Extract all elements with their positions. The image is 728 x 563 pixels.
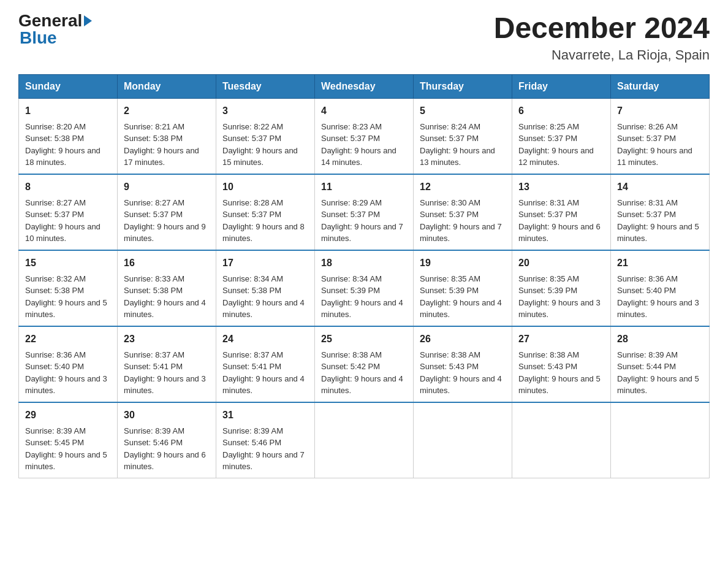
sunset-label: Sunset: 5:42 PM — [321, 362, 380, 371]
table-row: 1Sunrise: 8:20 AMSunset: 5:38 PMDaylight… — [19, 98, 118, 174]
sunrise-label: Sunrise: 8:24 AM — [420, 122, 480, 131]
sunrise-label: Sunrise: 8:20 AM — [25, 122, 86, 131]
table-row: 28Sunrise: 8:39 AMSunset: 5:44 PMDayligh… — [611, 326, 710, 402]
sunrise-label: Sunrise: 8:36 AM — [25, 350, 86, 359]
sunset-label: Sunset: 5:46 PM — [222, 438, 281, 447]
sunset-label: Sunset: 5:37 PM — [617, 134, 676, 143]
sunrise-label: Sunrise: 8:39 AM — [222, 426, 283, 435]
table-row: 10Sunrise: 8:28 AMSunset: 5:37 PMDayligh… — [216, 174, 315, 250]
day-number: 16 — [124, 256, 210, 270]
day-number: 15 — [25, 256, 111, 270]
day-number: 3 — [222, 104, 308, 118]
logo-blue-text: Blue — [20, 29, 57, 47]
sunrise-label: Sunrise: 8:31 AM — [617, 198, 678, 207]
sunset-label: Sunset: 5:41 PM — [124, 362, 183, 371]
day-number: 18 — [321, 256, 407, 270]
day-number: 7 — [617, 104, 703, 118]
day-number: 21 — [617, 256, 703, 270]
header-monday: Monday — [118, 74, 216, 98]
sunrise-label: Sunrise: 8:21 AM — [124, 122, 184, 131]
day-number: 27 — [518, 332, 604, 347]
sunset-label: Sunset: 5:39 PM — [518, 286, 577, 295]
sunrise-label: Sunrise: 8:22 AM — [222, 122, 283, 131]
table-row: 4Sunrise: 8:23 AMSunset: 5:37 PMDaylight… — [315, 98, 414, 174]
table-row: 8Sunrise: 8:27 AMSunset: 5:37 PMDaylight… — [19, 174, 118, 250]
day-number: 28 — [617, 332, 703, 347]
daylight-label: Daylight: 9 hours and 4 minutes. — [321, 374, 403, 396]
daylight-label: Daylight: 9 hours and 5 minutes. — [25, 298, 107, 320]
table-row: 5Sunrise: 8:24 AMSunset: 5:37 PMDaylight… — [414, 98, 512, 174]
sunrise-label: Sunrise: 8:39 AM — [124, 426, 184, 435]
day-number: 1 — [25, 104, 111, 118]
daylight-label: Daylight: 9 hours and 3 minutes. — [25, 374, 107, 396]
day-number: 8 — [25, 180, 111, 194]
daylight-label: Daylight: 9 hours and 8 minutes. — [222, 222, 305, 243]
daylight-label: Daylight: 9 hours and 12 minutes. — [518, 146, 594, 167]
daylight-label: Daylight: 9 hours and 3 minutes. — [518, 298, 601, 320]
daylight-label: Daylight: 9 hours and 5 minutes. — [617, 222, 699, 243]
sunrise-label: Sunrise: 8:31 AM — [518, 198, 579, 207]
table-row: 7Sunrise: 8:26 AMSunset: 5:37 PMDaylight… — [611, 98, 710, 174]
table-row: 19Sunrise: 8:35 AMSunset: 5:39 PMDayligh… — [414, 250, 512, 326]
header-friday: Friday — [512, 74, 611, 98]
daylight-label: Daylight: 9 hours and 4 minutes. — [420, 374, 502, 396]
calendar-week-row: 15Sunrise: 8:32 AMSunset: 5:38 PMDayligh… — [19, 250, 710, 326]
table-row: 13Sunrise: 8:31 AMSunset: 5:37 PMDayligh… — [512, 174, 611, 250]
sunrise-label: Sunrise: 8:28 AM — [222, 198, 283, 207]
daylight-label: Daylight: 9 hours and 4 minutes. — [321, 298, 403, 320]
sunset-label: Sunset: 5:37 PM — [617, 210, 676, 219]
daylight-label: Daylight: 9 hours and 4 minutes. — [420, 298, 502, 320]
day-number: 11 — [321, 180, 407, 194]
daylight-label: Daylight: 9 hours and 4 minutes. — [124, 298, 206, 320]
sunrise-label: Sunrise: 8:26 AM — [617, 122, 678, 131]
calendar-week-row: 29Sunrise: 8:39 AMSunset: 5:45 PMDayligh… — [19, 402, 710, 478]
day-number: 5 — [420, 104, 506, 118]
table-row: 27Sunrise: 8:38 AMSunset: 5:43 PMDayligh… — [512, 326, 611, 402]
daylight-label: Daylight: 9 hours and 10 minutes. — [25, 222, 100, 243]
sunrise-label: Sunrise: 8:27 AM — [124, 198, 184, 207]
daylight-label: Daylight: 9 hours and 14 minutes. — [321, 146, 396, 167]
sunset-label: Sunset: 5:45 PM — [25, 438, 84, 447]
logo-general-text: General — [18, 12, 92, 29]
day-number: 26 — [420, 332, 506, 347]
daylight-label: Daylight: 9 hours and 5 minutes. — [617, 374, 699, 396]
day-number: 2 — [124, 104, 210, 118]
sunset-label: Sunset: 5:46 PM — [124, 438, 183, 447]
header-thursday: Thursday — [414, 74, 512, 98]
calendar-week-row: 1Sunrise: 8:20 AMSunset: 5:38 PMDaylight… — [19, 98, 710, 174]
sunset-label: Sunset: 5:39 PM — [420, 286, 479, 295]
sunrise-label: Sunrise: 8:32 AM — [25, 274, 86, 283]
sunset-label: Sunset: 5:37 PM — [518, 210, 577, 219]
table-row: 30Sunrise: 8:39 AMSunset: 5:46 PMDayligh… — [118, 402, 216, 478]
day-number: 12 — [420, 180, 506, 194]
sunset-label: Sunset: 5:44 PM — [617, 362, 676, 371]
sunset-label: Sunset: 5:37 PM — [124, 210, 183, 219]
day-number: 17 — [222, 256, 308, 270]
logo-arrow-icon — [84, 15, 92, 26]
day-number: 10 — [222, 180, 308, 194]
daylight-label: Daylight: 9 hours and 6 minutes. — [518, 222, 601, 243]
table-row: 9Sunrise: 8:27 AMSunset: 5:37 PMDaylight… — [118, 174, 216, 250]
daylight-label: Daylight: 9 hours and 4 minutes. — [222, 298, 305, 320]
sunrise-label: Sunrise: 8:34 AM — [321, 274, 382, 283]
location-label: Navarrete, La Rioja, Spain — [494, 47, 710, 63]
table-row: 14Sunrise: 8:31 AMSunset: 5:37 PMDayligh… — [611, 174, 710, 250]
sunrise-label: Sunrise: 8:38 AM — [518, 350, 579, 359]
sunrise-label: Sunrise: 8:33 AM — [124, 274, 184, 283]
day-number: 30 — [124, 408, 210, 423]
header-tuesday: Tuesday — [216, 74, 315, 98]
header-sunday: Sunday — [19, 74, 118, 98]
sunrise-label: Sunrise: 8:37 AM — [124, 350, 184, 359]
month-title: December 2024 — [494, 12, 710, 45]
calendar-week-row: 8Sunrise: 8:27 AMSunset: 5:37 PMDaylight… — [19, 174, 710, 250]
sunset-label: Sunset: 5:37 PM — [420, 210, 479, 219]
table-row: 17Sunrise: 8:34 AMSunset: 5:38 PMDayligh… — [216, 250, 315, 326]
sunset-label: Sunset: 5:38 PM — [222, 286, 281, 295]
sunrise-label: Sunrise: 8:38 AM — [420, 350, 480, 359]
daylight-label: Daylight: 9 hours and 13 minutes. — [420, 146, 495, 167]
sunrise-label: Sunrise: 8:25 AM — [518, 122, 579, 131]
table-row: 3Sunrise: 8:22 AMSunset: 5:37 PMDaylight… — [216, 98, 315, 174]
sunset-label: Sunset: 5:37 PM — [518, 134, 577, 143]
sunrise-label: Sunrise: 8:27 AM — [25, 198, 86, 207]
daylight-label: Daylight: 9 hours and 4 minutes. — [222, 374, 305, 396]
